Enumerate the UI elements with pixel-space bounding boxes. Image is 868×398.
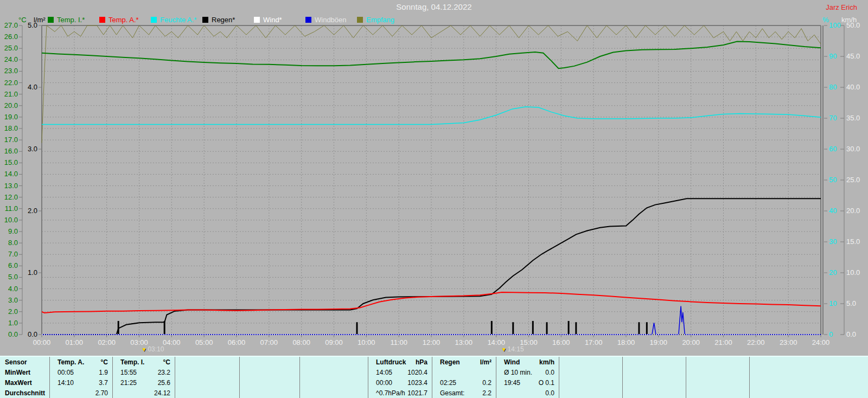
stats-cell-value [183, 388, 235, 398]
axis-tick-label: 01:00 [66, 338, 84, 346]
stats-table-column [686, 357, 749, 398]
stats-cell [750, 368, 868, 378]
stats-cell: 14:103.7 [50, 378, 112, 388]
legend-swatch-icon [305, 17, 311, 23]
stats-cell-value [567, 378, 618, 388]
axis-tick-label: 17.0 [4, 136, 18, 144]
stats-cell: 00:051.9 [50, 368, 112, 378]
stats-cell-value: °C [84, 357, 108, 368]
stats-cell-value: °C [144, 357, 170, 368]
stats-cell-value [694, 357, 745, 368]
axis-tick-label: 07:00 [260, 338, 278, 346]
stats-cell-value [308, 368, 363, 378]
stats-cell [686, 388, 749, 398]
stats-cell-value [630, 357, 681, 368]
time-marker-icon: ▼ [501, 346, 507, 352]
axis-tick-label: 21.0 [4, 90, 18, 98]
axis-tick-label: 14.0 [4, 170, 18, 178]
stats-cell-value [183, 357, 235, 368]
legend-item-temp-a[interactable]: Temp. A.* [99, 16, 139, 24]
user-name-label: Jarz Erich [826, 3, 857, 11]
weather-chart: 0.01.02.03.04.05.06.07.08.09.010.011.012… [0, 0, 868, 355]
stats-table-column [299, 357, 368, 398]
axis-tick-label: 1.0 [8, 319, 18, 327]
stats-cell-value [308, 357, 363, 368]
legend-item-temp-i[interactable]: Temp. I.* [48, 16, 85, 24]
legend-item-regen[interactable]: Regen* [202, 16, 235, 24]
stats-cell-text: Gesamt: [440, 388, 464, 398]
stats-cell [686, 378, 749, 388]
stats-table-column: LuftdruckhPa14:051020.400:001023.4^0.7hP… [368, 357, 432, 398]
axis-tick-label: 19.0 [4, 113, 18, 121]
stats-table-column: Temp. A.°C00:051.914:103.72.70 [49, 357, 112, 398]
stats-cell [240, 357, 299, 368]
stats-cell: 21:2525.6 [113, 378, 175, 388]
legend-item-windb-en[interactable]: Windböen [305, 16, 347, 24]
stats-cell-text: 00:05 [58, 368, 74, 378]
stats-cell-text: Luftdruck [376, 357, 406, 368]
axis-tick-label: 80 [829, 83, 837, 91]
stats-cell [175, 378, 239, 388]
axis-tick-label: 5.0 [846, 299, 856, 307]
legend-swatch-icon [254, 17, 260, 23]
stats-cell: Temp. A.°C [50, 357, 112, 368]
stats-cell: Durchschnitt [0, 388, 49, 398]
axis-tick-label: 10:00 [358, 338, 375, 346]
stats-cell-text: Regen [440, 357, 460, 368]
axis-tick-label: 23.0 [4, 67, 18, 75]
stats-cell [750, 378, 868, 388]
axis-tick-label: 30.0 [846, 145, 860, 153]
axis-tick-label: 4.0 [28, 83, 37, 91]
stats-cell-value: O 0.1 [520, 378, 554, 388]
axis-tick-label: 24:00 [812, 338, 830, 346]
stats-cell: 0.0 [496, 388, 559, 398]
axis-tick-label: 00:00 [33, 338, 51, 346]
time-marker: ▼14:15 [501, 345, 524, 353]
stats-cell-value: 24.12 [120, 388, 170, 398]
axis-tick-label: 20.0 [846, 207, 860, 215]
legend-item-empfang[interactable]: Empfang [357, 16, 394, 24]
page-title: Sonntag, 04.12.2022 [0, 2, 868, 11]
stats-cell: Sensor [0, 357, 49, 368]
stats-cell-text: 15:55 [120, 368, 137, 378]
legend-item-wind[interactable]: Wind* [254, 16, 282, 24]
stats-cell-text: Wind [504, 357, 520, 368]
axis-unit-humidity: % [822, 16, 829, 24]
stats-cell [240, 388, 299, 398]
stats-cell [559, 378, 622, 388]
stats-cell-text: 02:25 [440, 378, 456, 388]
axis-tick-label: 15.0 [846, 237, 860, 246]
stats-cell-text: Ø 10 min. [504, 368, 532, 378]
axis-tick-label: 10.0 [846, 268, 860, 277]
stats-cell-value: 0.0 [504, 388, 554, 398]
stats-cell [750, 357, 868, 368]
axis-tick-label: 16.0 [4, 147, 18, 155]
axis-tick-label: 8.0 [8, 239, 18, 247]
chart-legend: Temp. I.*Temp. A.*Feuchte A.*Regen*Wind*… [0, 16, 814, 24]
stats-cell-value: 25.6 [137, 378, 170, 388]
axis-tick-label: 12:00 [423, 338, 441, 346]
stats-table: SensorMinWertMaxWertDurchschnittTemp. A.… [0, 356, 868, 398]
stats-cell-value [757, 378, 864, 388]
axis-tick-label: 6.0 [8, 261, 18, 269]
axis-tick-label: 23:00 [780, 338, 797, 346]
axis-tick-label: 04:00 [163, 338, 181, 346]
axis-tick-label: 20 [829, 268, 837, 277]
stats-cell: Regenl/m² [432, 357, 496, 368]
stats-cell-text: MinWert [5, 368, 30, 378]
stats-table-column [749, 357, 868, 398]
stats-cell-value: 3.7 [74, 378, 108, 388]
stats-cell [300, 388, 368, 398]
legend-item-feuchte-a[interactable]: Feuchte A.* [151, 16, 196, 24]
axis-tick-label: 3.0 [28, 145, 37, 153]
stats-cell-text: Sensor [5, 357, 27, 368]
axis-tick-label: 40.0 [846, 83, 860, 91]
stats-table-column [175, 357, 239, 398]
stats-cell-value [247, 388, 295, 398]
axis-tick-label: 21:00 [714, 338, 732, 346]
stats-cell: 15:5523.2 [113, 368, 175, 378]
axis-tick-label: 35.0 [846, 114, 860, 122]
axis-tick-label: 10.0 [4, 216, 18, 224]
stats-cell-value [567, 357, 618, 368]
stats-cell: MinWert [0, 368, 49, 378]
